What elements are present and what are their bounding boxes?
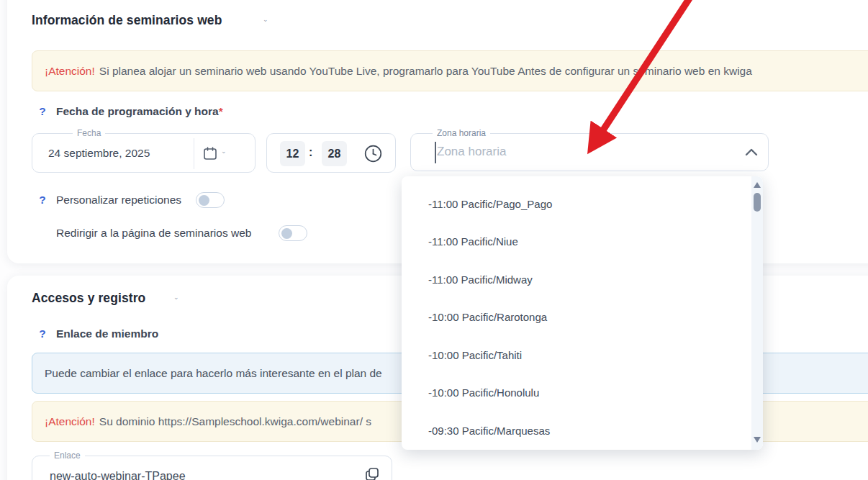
time-separator: :: [309, 146, 312, 159]
section-collapse-icon[interactable]: ⌄: [173, 294, 179, 301]
info-text: Puede cambiar el enlace para hacerlo más…: [45, 367, 382, 380]
customize-repetitions-label: Personalizar repeticiones: [56, 194, 181, 207]
access-registration-title: Accesos y registro: [32, 291, 145, 306]
field-divider: [194, 138, 194, 169]
text-cursor: [435, 142, 436, 163]
timezone-option[interactable]: -10:00 Pacific/Tahiti: [402, 336, 763, 374]
link-field-label: Enlace: [50, 450, 85, 461]
scrollbar-thumb[interactable]: [754, 193, 761, 212]
calendar-icon[interactable]: [203, 146, 217, 160]
toggle-knob: [281, 228, 292, 239]
toggle-knob: [199, 195, 209, 206]
link-value: new-auto-webinar-TPapee: [50, 470, 186, 480]
timezone-field-label: Zona horaria: [433, 128, 490, 138]
webinar-info-title: Información de seminarios web: [32, 13, 222, 28]
hour-input[interactable]: 12: [280, 141, 305, 166]
help-icon[interactable]: ?: [36, 105, 49, 118]
timezone-option[interactable]: -10:00 Pacific/Rarotonga: [402, 299, 763, 337]
timezone-field[interactable]: Zona horaria Zona horaria: [410, 133, 769, 171]
date-field-label: Fecha: [73, 128, 105, 138]
youtube-warning-banner: ¡Atención! Si planea alojar un seminario…: [32, 50, 868, 91]
timezone-option-list: -11:00 Pacific/Pago_Pago -11:00 Pacific/…: [402, 176, 763, 450]
warning-text: Si planea alojar un seminario web usando…: [99, 65, 752, 78]
timezone-option[interactable]: -11:00 Pacific/Midway: [402, 261, 763, 299]
required-asterisk: *: [219, 105, 223, 117]
dropdown-scrollbar[interactable]: [751, 176, 763, 450]
timezone-option[interactable]: -09:30 Pacific/Marquesas: [402, 412, 763, 450]
time-field: 12 : 28: [266, 133, 396, 173]
copy-icon[interactable]: [364, 466, 380, 480]
timezone-option[interactable]: -10:00 Pacific/Honolulu: [402, 374, 763, 412]
calendar-caret-icon[interactable]: ⌄: [221, 148, 227, 155]
warning-prefix: ¡Atención!: [45, 65, 95, 78]
warning-prefix: ¡Atención!: [45, 415, 95, 428]
timezone-dropdown-menu: -11:00 Pacific/Pago_Pago -11:00 Pacific/…: [402, 176, 763, 450]
warning-text: Su dominio https://Sampleschool.kwiga.co…: [99, 415, 371, 428]
minute-input[interactable]: 28: [322, 141, 347, 166]
timezone-placeholder: Zona horaria: [437, 145, 506, 159]
section-collapse-icon[interactable]: ⌄: [263, 16, 268, 23]
redirect-webinar-page-label: Redirigir a la página de seminarios web: [56, 227, 251, 240]
member-link-label: Enlace de miembro: [56, 327, 158, 340]
redirect-webinar-page-toggle[interactable]: [279, 225, 307, 241]
customize-repetitions-toggle[interactable]: [196, 192, 225, 208]
scroll-up-icon[interactable]: [754, 182, 761, 188]
date-value: 24 septiembre, 2025: [48, 147, 150, 160]
clock-icon[interactable]: [364, 145, 382, 163]
help-icon[interactable]: ?: [36, 327, 49, 340]
schedule-label: Fecha de programación y hora*: [56, 105, 223, 118]
timezone-option[interactable]: -11:00 Pacific/Pago_Pago: [402, 185, 763, 223]
scroll-down-icon[interactable]: [754, 437, 761, 443]
link-field[interactable]: Enlace new-auto-webinar-TPapee: [32, 456, 392, 480]
chevron-up-icon[interactable]: [744, 147, 759, 157]
timezone-option[interactable]: -11:00 Pacific/Niue: [402, 223, 763, 261]
help-icon[interactable]: ?: [36, 194, 49, 207]
date-field[interactable]: Fecha 24 septiembre, 2025 ⌄: [32, 133, 256, 173]
